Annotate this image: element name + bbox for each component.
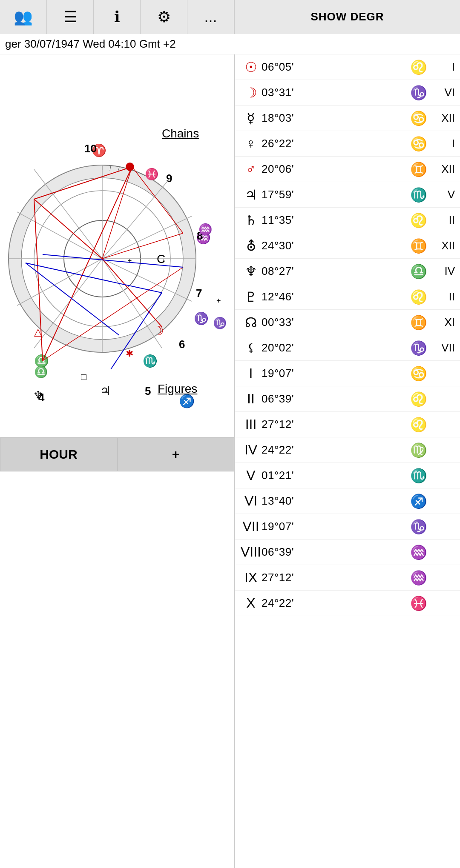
cusp-7-sign: ♑ [408, 519, 429, 535]
planet-row-mars: ♂ 20°06' ♊ XII [235, 157, 460, 182]
svg-text:☽: ☽ [152, 324, 164, 338]
gear-button[interactable]: ⚙ [141, 0, 187, 34]
planet-row-saturn: ♄ 11°35' ♌ II [235, 208, 460, 233]
cusp-2-label: II [240, 391, 262, 407]
info-button[interactable]: ℹ [94, 0, 141, 34]
node-sign: ♊ [408, 314, 429, 331]
pluto-sign: ♌ [408, 289, 429, 305]
saturn-degree: 11°35' [262, 214, 408, 227]
pluto-house: II [429, 290, 455, 303]
moon-degree: 03°31' [262, 86, 408, 99]
saturn-symbol: ♄ [240, 212, 262, 228]
cusp-10-sign: ♓ [408, 595, 429, 611]
venus-degree: 26°22' [262, 137, 408, 150]
planet-row-uranus: ⛢ 24°30' ♊ XII [235, 233, 460, 259]
svg-text:5: 5 [145, 385, 151, 397]
cusp-6-degree: 13°40' [262, 494, 408, 508]
moon-sign: ♑ [408, 85, 429, 101]
cusp-row-10: X 24°22' ♓ [235, 591, 460, 616]
sun-sign: ♌ [408, 59, 429, 75]
cusp-4-degree: 24°22' [262, 443, 408, 457]
cusp-5-label: V [240, 468, 262, 483]
cusp-row-7: VII 19°07' ♑ [235, 514, 460, 540]
cusp-3-degree: 27°12' [262, 418, 408, 431]
chains-label[interactable]: Chains [162, 127, 199, 140]
cusp-row-3: III 27°12' ♌ [235, 412, 460, 437]
cusp-2-degree: 06°39' [262, 392, 408, 405]
more-button[interactable]: ... [187, 0, 234, 34]
more-icon: ... [204, 8, 217, 26]
neptune-degree: 08°27' [262, 265, 408, 278]
svg-text:△: △ [34, 326, 42, 337]
mercury-symbol: ☿ [240, 110, 262, 126]
show-degrees-label: SHOW DEGR [310, 10, 384, 23]
uranus-symbol: ⛢ [240, 238, 262, 254]
svg-text:7: 7 [196, 287, 202, 300]
svg-text:♓: ♓ [145, 167, 159, 181]
jupiter-sign: ♏ [408, 187, 429, 203]
svg-text:♐: ♐ [179, 394, 195, 409]
hour-button[interactable]: HOUR [0, 437, 117, 471]
figures-label[interactable]: Figures [158, 382, 197, 396]
date-row: ger 30/07/1947 Wed 04:10 Gmt +2 [0, 34, 460, 54]
cusp-10-label: X [240, 595, 262, 611]
list-icon: ☰ [63, 8, 77, 26]
cusp-row-4: IV 24°22' ♍ [235, 437, 460, 463]
gear-icon: ⚙ [157, 8, 171, 26]
cusp-7-label: VII [240, 519, 262, 534]
svg-text:□: □ [81, 371, 86, 382]
people-button[interactable]: 👥 [0, 0, 47, 34]
cusp-row-1: I 19°07' ♋ [235, 361, 460, 386]
lilith-symbol: ⚸ [240, 341, 262, 354]
cusp-1-degree: 19°07' [262, 367, 408, 380]
mercury-house: XII [429, 111, 455, 125]
cusp-5-degree: 01°21' [262, 469, 408, 482]
chart-area: ♈ ♓ ♒ ♑ ♏ ♎ 10 9 8 7 6 5 4 [0, 54, 234, 868]
planet-row-mercury: ☿ 18°03' ♋ XII [235, 106, 460, 131]
svg-text:♎: ♎ [34, 365, 48, 379]
venus-symbol: ♀ [240, 136, 262, 151]
cusp-row-5: V 01°21' ♏ [235, 463, 460, 488]
svg-text:♒: ♒ [198, 223, 213, 236]
sun-house: I [429, 60, 455, 74]
saturn-house: II [429, 214, 455, 227]
jupiter-symbol: ♃ [240, 187, 262, 203]
neptune-house: IV [429, 265, 455, 278]
show-degrees-button[interactable]: SHOW DEGR [234, 0, 460, 34]
uranus-degree: 24°30' [262, 239, 408, 252]
saturn-sign: ♌ [408, 212, 429, 228]
jupiter-degree: 17°59' [262, 188, 408, 201]
svg-text:♏: ♏ [143, 354, 158, 368]
cusp-4-sign: ♍ [408, 442, 429, 458]
svg-text:10: 10 [84, 142, 97, 155]
jupiter-house: V [429, 188, 455, 201]
node-symbol: ☊ [240, 314, 262, 331]
node-degree: 00°33' [262, 316, 408, 329]
neptune-sign: ♎ [408, 263, 429, 280]
cusp-9-label: IX [240, 570, 262, 585]
cusp-1-sign: ♋ [408, 365, 429, 382]
planet-row-pluto: ♇ 12°46' ♌ II [235, 284, 460, 310]
neptune-symbol: ♆ [240, 263, 262, 280]
list-button[interactable]: ☰ [47, 0, 94, 34]
venus-sign: ♋ [408, 136, 429, 152]
cusp-3-sign: ♌ [408, 417, 429, 433]
sun-symbol: ☉ [240, 59, 262, 75]
plus-label: + [172, 447, 180, 462]
main-content: ♈ ♓ ♒ ♑ ♏ ♎ 10 9 8 7 6 5 4 [0, 54, 460, 868]
svg-text:6: 6 [179, 338, 185, 351]
planet-row-lilith: ⚸ 20°02' ♑ VII [235, 335, 460, 361]
mercury-degree: 18°03' [262, 111, 408, 125]
date-text: ger 30/07/1947 Wed 04:10 Gmt +2 [5, 37, 176, 50]
chart-svg: ♈ ♓ ♒ ♑ ♏ ♎ 10 9 8 7 6 5 4 [0, 54, 234, 471]
cusp-2-sign: ♌ [408, 391, 429, 407]
cusp-row-8: VIII 06°39' ♒ [235, 540, 460, 565]
svg-text:+: + [162, 257, 165, 264]
plus-button[interactable]: + [117, 437, 234, 471]
mercury-sign: ♋ [408, 110, 429, 126]
cusp-5-sign: ♏ [408, 468, 429, 484]
cusp-9-sign: ♒ [408, 570, 429, 586]
svg-text:9: 9 [166, 172, 172, 185]
svg-text:+: + [216, 297, 221, 305]
cusp-row-2: II 06°39' ♌ [235, 386, 460, 412]
